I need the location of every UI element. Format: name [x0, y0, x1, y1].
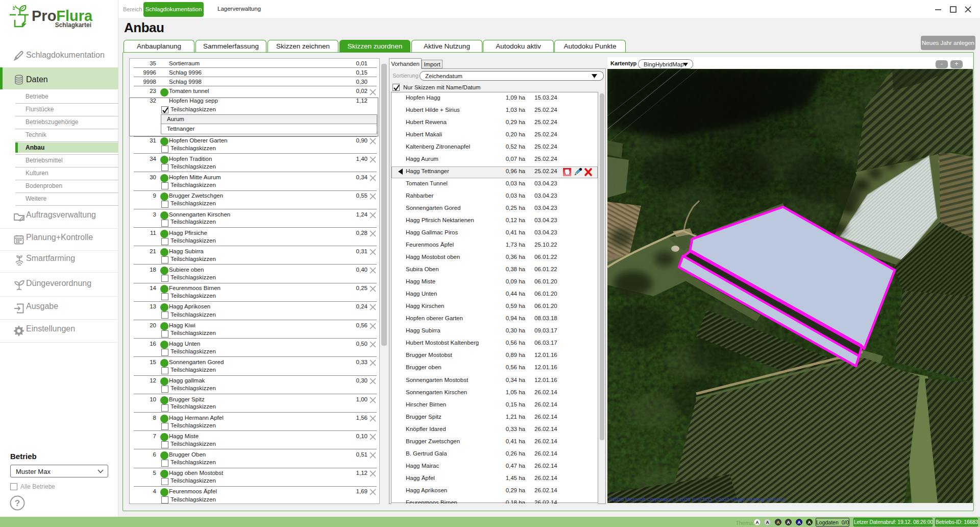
svg-text:?: ? [15, 498, 20, 508]
svg-text:Schlagkartei: Schlagkartei [55, 21, 91, 29]
svg-text:©2025 Microsoft Corporation,: ©2025 Microsoft Corporation, ©2025 NAVTE… [609, 496, 786, 502]
